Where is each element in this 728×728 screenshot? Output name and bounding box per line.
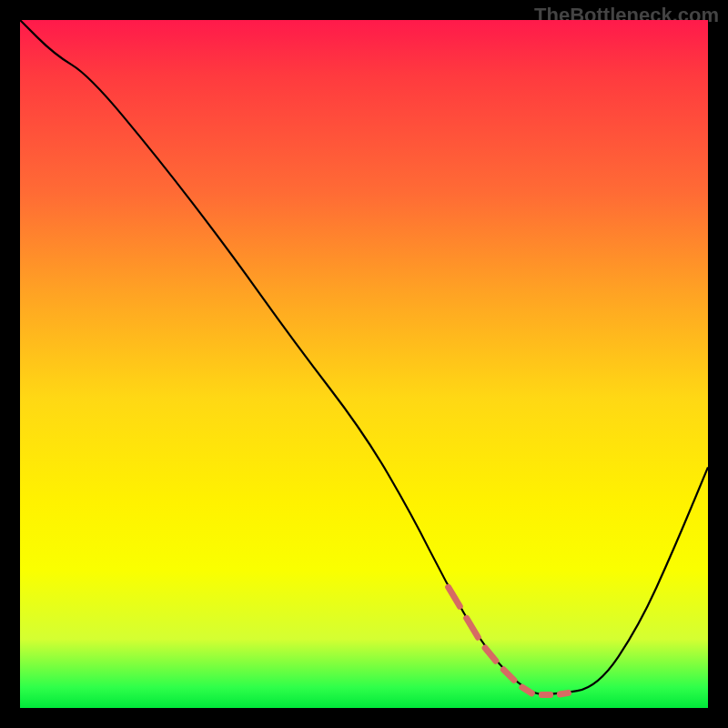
bottleneck-curve [20,20,708,708]
highlight-segment [539,692,553,698]
gradient-plot-area [20,20,708,708]
